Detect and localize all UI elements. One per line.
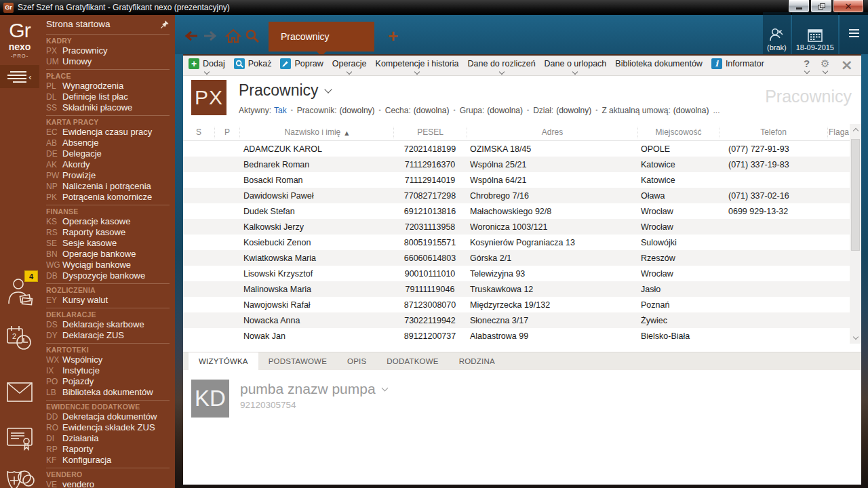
- sidebar-item-pw[interactable]: PWProwizje: [46, 170, 170, 181]
- sidebar-item-wg[interactable]: WGWyciągi bankowe: [46, 260, 170, 270]
- table-row[interactable]: Kwiatkowska Maria66060614803Górska 2/1Rz…: [183, 250, 850, 266]
- sidebar-item-dl[interactable]: DLDefinicje list płac: [46, 92, 170, 102]
- sidebar-item-po[interactable]: POPojazdy: [46, 376, 170, 387]
- table-row[interactable]: Kosiebucki Zenon80051915571Kosynierów Po…: [183, 235, 850, 250]
- sidebar-item-rp[interactable]: RPRaporty: [46, 444, 170, 455]
- filter-value[interactable]: (dowolny): [556, 106, 591, 115]
- filter-pracownik[interactable]: Pracownik:(dowolny): [287, 106, 375, 115]
- toolbar-button-kompetencje-i-historia[interactable]: Kompetencje i historia: [376, 58, 459, 74]
- detail-tab-dodatkowe[interactable]: DODATKOWE: [376, 352, 448, 370]
- insurance-shortcut-button[interactable]: [0, 466, 39, 488]
- vertical-scrollbar[interactable]: [850, 124, 861, 344]
- sidebar-item-db[interactable]: DBDyspozycje bankowe: [46, 270, 170, 281]
- table-row[interactable]: Bednarek Roman71112916370Wspólna 25/21Ka…: [183, 157, 850, 172]
- sidebar-item-np[interactable]: NPNaliczenia i potrącenia: [46, 181, 170, 192]
- detail-tab-wizytówka[interactable]: WIZYTÓWKA: [189, 352, 258, 370]
- sidebar-item-kf[interactable]: KFKonfiguracja: [46, 455, 170, 466]
- table-row[interactable]: Bosacki Roman71112914019Wspólna 64/21Kat…: [183, 172, 850, 188]
- sidebar-item-ks[interactable]: KSOperacje kasowe: [46, 216, 170, 227]
- home-button[interactable]: [224, 28, 243, 44]
- title-dropdown-chevron-icon[interactable]: [324, 85, 332, 93]
- toolbar-button-dodaj[interactable]: +Dodaj: [189, 58, 225, 74]
- detail-tab-opis[interactable]: OPIS: [337, 352, 376, 370]
- sidebar-item-bn[interactable]: BNOperacje bankowe: [46, 249, 170, 260]
- sidebar-item-ak[interactable]: AKAkordy: [46, 159, 170, 170]
- filter-aktywny[interactable]: Aktywny:Tak: [239, 106, 287, 115]
- sidebar-item-ec[interactable]: ECEwidencja czasu pracy: [46, 127, 170, 138]
- name-dropdown-chevron-icon[interactable]: [381, 385, 388, 392]
- back-button[interactable]: [182, 28, 201, 44]
- sidebar-item-px[interactable]: PXPracownicy: [46, 45, 170, 56]
- certificates-shortcut-button[interactable]: [0, 426, 39, 453]
- column-header-pesel[interactable]: PESEL: [393, 127, 467, 138]
- table-row[interactable]: Nowacka Anna73022119942Słoneczna 3/17Żyw…: [183, 312, 850, 328]
- toolbar-button-popraw[interactable]: Popraw: [280, 58, 323, 74]
- sidebar-item-ix[interactable]: IXInstytucje: [46, 365, 170, 376]
- table-row[interactable]: Dudek Stefan69121013816Małachowskiego 92…: [183, 203, 850, 219]
- toolbar-button-dane-o-urlopach[interactable]: Dane o urlopach: [545, 58, 607, 74]
- filter-z-aktualną-umową[interactable]: Z aktualną umową:(dowolna): [591, 106, 709, 115]
- table-row[interactable]: Dawidowski Paweł77082717298Chrobrego 7/1…: [183, 188, 850, 203]
- sidebar-item-ab[interactable]: ABAbsencje: [46, 138, 170, 148]
- sidebar-item-home[interactable]: Strona startowa: [39, 15, 175, 32]
- date-tile[interactable]: 18-09-2015: [792, 12, 838, 54]
- sidebar-item-lb[interactable]: LBBiblioteka dokumentów: [46, 387, 170, 398]
- column-header-nazwisko-i-imię[interactable]: Nazwisko i imię▲: [239, 127, 393, 138]
- column-header-s[interactable]: S: [183, 127, 214, 138]
- column-header-p[interactable]: P: [214, 127, 239, 138]
- table-row[interactable]: Nawojowski Rafał87123008070Międzyrzecka …: [183, 297, 850, 312]
- calendar-shortcut-button[interactable]: 2: [0, 324, 39, 352]
- filter-value[interactable]: (dowolna): [487, 106, 523, 115]
- sidebar-item-dy[interactable]: DYDeklaracje ZUS: [46, 330, 170, 341]
- close-button[interactable]: ✕: [833, 0, 864, 13]
- pin-icon[interactable]: [160, 20, 170, 29]
- filter-cecha[interactable]: Cecha:(dowolna): [375, 106, 450, 115]
- sidebar-item-ve[interactable]: VEvendero: [46, 479, 170, 488]
- scroll-up-button[interactable]: [850, 124, 861, 136]
- filter-value[interactable]: (dowolna): [414, 106, 450, 115]
- sidebar-item-di[interactable]: DIDziałania: [46, 433, 170, 444]
- minimize-button[interactable]: [788, 0, 810, 13]
- main-menu-button[interactable]: [840, 12, 868, 54]
- table-row[interactable]: Malinowska Maria79111119046Truskawkowa 1…: [183, 281, 850, 297]
- sidebar-item-pl[interactable]: PLWynagrodzenia: [46, 81, 170, 92]
- column-header-telefon[interactable]: Telefon: [719, 127, 827, 138]
- module-menu-button[interactable]: ‹: [0, 65, 39, 88]
- close-view-button[interactable]: ×: [841, 58, 853, 73]
- toolbar-button-operacje[interactable]: Operacje: [332, 58, 367, 74]
- toolbar-button-dane-do-rozlicze-[interactable]: Dane do rozliczeń: [468, 58, 536, 74]
- filter-value[interactable]: Tak: [274, 106, 287, 115]
- settings-button[interactable]: ⚙: [821, 58, 829, 73]
- column-header-flaga[interactable]: Flaga: [827, 127, 850, 138]
- search-button[interactable]: [243, 28, 262, 44]
- sidebar-item-de[interactable]: DEDelegacje: [46, 148, 170, 159]
- filter-value[interactable]: (dowolna): [673, 106, 709, 115]
- sidebar-item-wx[interactable]: WXWspólnicy: [46, 354, 170, 365]
- sidebar-item-pk[interactable]: PKPotrącenia komornicze: [46, 192, 170, 203]
- detail-tab-podstawowe[interactable]: PODSTAWOWE: [258, 352, 337, 370]
- table-row[interactable]: Lisowski Krzysztof90010111010Telewizyjna…: [183, 266, 850, 281]
- user-tile[interactable]: (brak): [763, 12, 791, 54]
- table-row[interactable]: Kalkowski Jerzy72031113958Woronicza 1003…: [183, 219, 850, 235]
- sidebar-item-ds[interactable]: DSDeklaracje skarbowe: [46, 319, 170, 330]
- detail-tab-rodzina[interactable]: RODZINA: [449, 352, 505, 370]
- mail-shortcut-button[interactable]: [0, 382, 39, 403]
- toolbar-button-poka-[interactable]: Pokaż: [234, 58, 272, 74]
- toolbar-button-informator[interactable]: iInformator: [711, 58, 764, 74]
- table-row[interactable]: Nowak Jan89121200737Alabastrowa 99Bielsk…: [183, 328, 850, 344]
- sidebar-item-dd[interactable]: DDDekretacja dokumentów: [46, 411, 170, 422]
- toolbar-button-biblioteka-dokument-w[interactable]: Biblioteka dokumentów: [615, 58, 703, 74]
- restore-button[interactable]: [810, 0, 832, 13]
- filters-more[interactable]: ...: [713, 106, 719, 115]
- sidebar-item-ey[interactable]: EYKursy walut: [46, 295, 170, 306]
- column-header-miejscowość[interactable]: Miejscowość: [637, 127, 719, 138]
- sidebar-item-ro[interactable]: ROEwidencja składek ZUS: [46, 422, 170, 433]
- filter-dział[interactable]: Dział:(dowolny): [523, 106, 591, 115]
- table-row[interactable]: ADAMCZUK KAROL72021418199OZIMSKA 18/45OP…: [183, 141, 850, 157]
- column-header-adres[interactable]: Adres: [467, 127, 637, 138]
- sidebar-item-um[interactable]: UMUmowy: [46, 56, 170, 67]
- filter-grupa[interactable]: Grupa:(dowolna): [449, 106, 523, 115]
- sidebar-item-rs[interactable]: RSRaporty kasowe: [46, 227, 170, 238]
- sidebar-item-ss[interactable]: SSSkładniki płacowe: [46, 102, 170, 113]
- sidebar-item-se[interactable]: SESesje kasowe: [46, 238, 170, 249]
